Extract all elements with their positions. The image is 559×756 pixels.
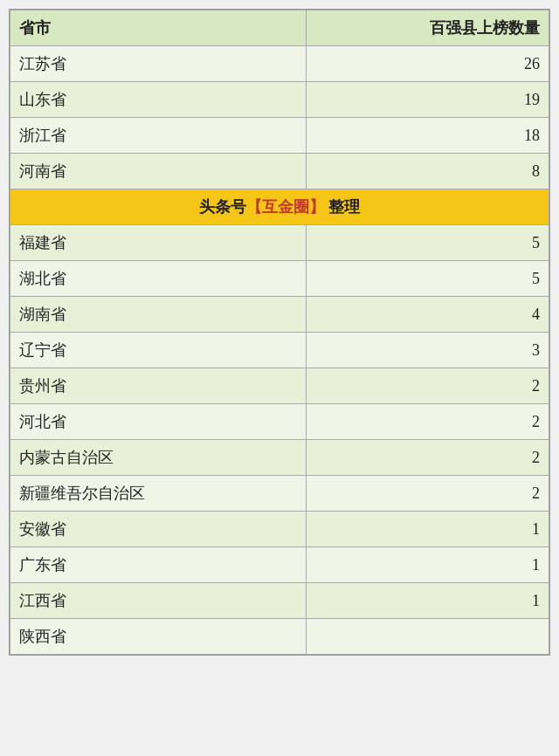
province-cell: 河北省 bbox=[10, 404, 307, 440]
province-table: 省市 百强县上榜数量 江苏省 26 山东省 19 浙江省 18 河南省 8 头条… bbox=[10, 10, 549, 655]
table-row: 湖北省 5 bbox=[10, 261, 549, 297]
count-cell: 1 bbox=[307, 583, 549, 619]
province-cell: 湖南省 bbox=[10, 297, 307, 333]
table-row: 山东省 19 bbox=[10, 82, 549, 118]
col-count-header: 百强县上榜数量 bbox=[307, 10, 549, 46]
count-cell: 5 bbox=[307, 261, 549, 297]
province-cell: 山东省 bbox=[10, 82, 307, 118]
main-table-container: 省市 百强县上榜数量 江苏省 26 山东省 19 浙江省 18 河南省 8 头条… bbox=[9, 9, 550, 656]
province-cell: 江西省 bbox=[10, 583, 307, 619]
table-row: 安徽省 1 bbox=[10, 512, 549, 547]
count-cell: 2 bbox=[307, 368, 549, 404]
province-cell: 安徽省 bbox=[10, 512, 307, 547]
province-cell: 浙江省 bbox=[10, 118, 307, 154]
table-row: 内蒙古自治区 2 bbox=[10, 440, 549, 476]
province-cell: 内蒙古自治区 bbox=[10, 440, 307, 476]
table-row: 辽宁省 3 bbox=[10, 333, 549, 368]
province-cell: 辽宁省 bbox=[10, 333, 307, 368]
table-row: 河南省 8 bbox=[10, 154, 549, 189]
count-cell: 8 bbox=[307, 154, 549, 189]
table-row: 江苏省 26 bbox=[10, 46, 549, 82]
province-cell: 湖北省 bbox=[10, 261, 307, 297]
count-cell: 18 bbox=[307, 118, 549, 154]
province-cell: 贵州省 bbox=[10, 368, 307, 404]
province-cell: 河南省 bbox=[10, 154, 307, 189]
province-cell: 江苏省 bbox=[10, 46, 307, 82]
count-cell: 2 bbox=[307, 476, 549, 512]
count-cell: 26 bbox=[307, 46, 549, 82]
count-cell bbox=[307, 619, 549, 655]
highlight-row: 头条号【互金圈】 整理 bbox=[10, 189, 549, 225]
table-row: 新疆维吾尔自治区 2 bbox=[10, 476, 549, 512]
province-cell: 福建省 bbox=[10, 225, 307, 261]
count-cell: 2 bbox=[307, 440, 549, 476]
table-header-row: 省市 百强县上榜数量 bbox=[10, 10, 549, 46]
count-cell: 1 bbox=[307, 547, 549, 583]
table-row: 陕西省 bbox=[10, 619, 549, 655]
count-cell: 2 bbox=[307, 404, 549, 440]
table-row: 浙江省 18 bbox=[10, 118, 549, 154]
table-row: 广东省 1 bbox=[10, 547, 549, 583]
count-cell: 1 bbox=[307, 512, 549, 547]
province-cell: 新疆维吾尔自治区 bbox=[10, 476, 307, 512]
table-row: 福建省 5 bbox=[10, 225, 549, 261]
table-row: 河北省 2 bbox=[10, 404, 549, 440]
count-cell: 19 bbox=[307, 82, 549, 118]
highlight-cell: 头条号【互金圈】 整理 bbox=[10, 189, 549, 225]
count-cell: 3 bbox=[307, 333, 549, 368]
table-row: 江西省 1 bbox=[10, 583, 549, 619]
count-cell: 4 bbox=[307, 297, 549, 333]
province-cell: 广东省 bbox=[10, 547, 307, 583]
table-row: 湖南省 4 bbox=[10, 297, 549, 333]
province-cell: 陕西省 bbox=[10, 619, 307, 655]
table-row: 贵州省 2 bbox=[10, 368, 549, 404]
count-cell: 5 bbox=[307, 225, 549, 261]
col-province-header: 省市 bbox=[10, 10, 307, 46]
